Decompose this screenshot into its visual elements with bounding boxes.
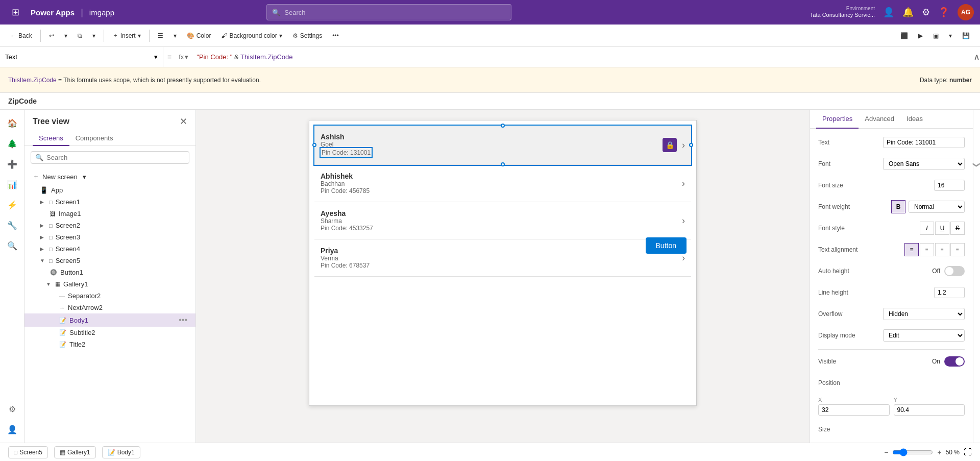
settings-gear-icon[interactable]: ⚙ bbox=[922, 7, 930, 18]
fullscreen-button[interactable]: ⛶ bbox=[964, 448, 972, 457]
tree-item-app[interactable]: 📱 App bbox=[24, 184, 195, 196]
tree-item-nextarrow2[interactable]: → NextArrow2 bbox=[24, 302, 195, 313]
workflow-icon-btn[interactable]: ⚡ bbox=[3, 196, 21, 214]
tree-item-screen3[interactable]: ▶ □ Screen3 bbox=[24, 231, 195, 243]
background-color-button[interactable]: 🖌 Background color ▾ bbox=[217, 30, 286, 41]
back-button[interactable]: ← Back bbox=[6, 30, 36, 41]
insert-button[interactable]: ＋ Insert ▾ bbox=[108, 29, 145, 42]
color-button[interactable]: 🎨 Color bbox=[183, 30, 215, 41]
handle-left[interactable] bbox=[312, 143, 316, 147]
screen5-tab[interactable]: □ Screen5 bbox=[8, 446, 48, 458]
strikethrough-button[interactable]: S bbox=[950, 222, 965, 235]
gallery-arrow-2[interactable]: › bbox=[682, 215, 685, 226]
gallery-item-1[interactable]: Abhishek Bachhan Pin Code: 456785 › bbox=[314, 165, 691, 202]
insert-icon-btn[interactable]: ➕ bbox=[3, 155, 21, 173]
top-search-input[interactable] bbox=[284, 9, 506, 16]
align-left-button[interactable]: ≡ bbox=[904, 243, 919, 256]
gallery1-toggle[interactable]: ▼ bbox=[46, 281, 52, 287]
new-screen-item[interactable]: ＋ New screen ▾ bbox=[24, 169, 195, 184]
preview-icon[interactable]: ⬛ bbox=[896, 30, 912, 41]
more-button[interactable]: ••• bbox=[328, 30, 343, 41]
right-collapse-button[interactable]: ❯ bbox=[973, 162, 981, 168]
italic-button[interactable]: I bbox=[920, 222, 934, 235]
tree-view-icon-btn[interactable]: 🌲 bbox=[3, 134, 21, 153]
gallery-container[interactable]: Ashish Goel Pin Code: 131001 🔒 › bbox=[309, 120, 696, 282]
zoom-out-button[interactable]: − bbox=[884, 448, 888, 456]
bell-icon[interactable]: 🔔 bbox=[902, 7, 914, 18]
tree-item-body1[interactable]: 📝 Body1 ••• bbox=[24, 313, 195, 327]
align-center-button[interactable]: ≡ bbox=[920, 243, 934, 256]
overflow-prop-select[interactable]: Hidden Scroll bbox=[883, 308, 965, 320]
gallery-item-2[interactable]: Ayesha Sharma Pin Code: 4533257 › bbox=[314, 202, 691, 239]
save-icon[interactable]: 💾 bbox=[958, 30, 974, 41]
tree-item-screen2[interactable]: ▶ □ Screen2 bbox=[24, 220, 195, 231]
tree-item-screen5[interactable]: ▼ □ Screen5 bbox=[24, 255, 195, 266]
font-size-prop-input[interactable] bbox=[934, 180, 965, 191]
bold-button[interactable]: B bbox=[891, 200, 905, 213]
paste-dropdown[interactable]: ▾ bbox=[88, 30, 100, 41]
tab-properties[interactable]: Properties bbox=[816, 110, 859, 129]
fx-dropdown[interactable]: ▾ bbox=[185, 53, 188, 61]
publish-dropdown[interactable]: ▾ bbox=[945, 30, 956, 41]
position-y-input[interactable] bbox=[894, 404, 965, 416]
undo-button[interactable]: ↩ bbox=[45, 30, 58, 41]
gallery1-tab[interactable]: ▦ Gallery1 bbox=[54, 446, 96, 458]
font-weight-select[interactable]: Normal Bold Lighter bbox=[909, 201, 965, 213]
screen5-toggle[interactable]: ▼ bbox=[40, 258, 46, 263]
apps-grid-icon[interactable]: ⊞ bbox=[6, 3, 24, 21]
tree-close-button[interactable]: ✕ bbox=[180, 116, 187, 127]
tree-item-separator2[interactable]: — Separator2 bbox=[24, 290, 195, 302]
tree-item-gallery1[interactable]: ▼ ▦ Gallery1 bbox=[24, 278, 195, 290]
hamburger-dropdown[interactable]: ▾ bbox=[169, 30, 181, 41]
user-avatar[interactable]: AG bbox=[958, 4, 974, 20]
gallery-item-3[interactable]: Priya Verma Pin Code: 678537 › bbox=[314, 239, 691, 277]
tree-search-input[interactable] bbox=[46, 154, 185, 161]
gallery-arrow-0[interactable]: › bbox=[682, 140, 685, 151]
app-frame[interactable]: Ashish Goel Pin Code: 131001 🔒 › bbox=[309, 120, 697, 406]
gallery-arrow-3[interactable]: › bbox=[682, 253, 685, 263]
tab-screens[interactable]: Screens bbox=[33, 131, 69, 146]
settings-left-icon-btn[interactable]: ⚙ bbox=[3, 400, 21, 418]
settings-button[interactable]: ⚙ Settings bbox=[288, 30, 326, 41]
screen3-toggle[interactable]: ▶ bbox=[40, 234, 46, 240]
help-icon[interactable]: ❓ bbox=[938, 7, 949, 18]
text-prop-input[interactable] bbox=[883, 137, 965, 148]
position-x-input[interactable] bbox=[818, 404, 890, 416]
handle-top[interactable] bbox=[501, 124, 505, 128]
underline-button[interactable]: U bbox=[935, 222, 949, 235]
screen4-toggle[interactable]: ▶ bbox=[40, 246, 46, 252]
visible-toggle[interactable] bbox=[944, 356, 965, 367]
tab-advanced[interactable]: Advanced bbox=[859, 110, 900, 129]
align-justify-button[interactable]: ≡ bbox=[950, 243, 965, 256]
font-prop-select[interactable]: Open Sans bbox=[883, 158, 965, 170]
home-icon-btn[interactable]: 🏠 bbox=[3, 114, 21, 132]
tree-item-button1[interactable]: 🔘 Button1 bbox=[24, 266, 195, 278]
publish-icon[interactable]: ▣ bbox=[929, 30, 943, 41]
tree-item-screen4[interactable]: ▶ □ Screen4 bbox=[24, 243, 195, 255]
tree-item-image1[interactable]: 🖼 Image1 bbox=[24, 208, 195, 220]
tree-item-title2[interactable]: 📝 Title2 bbox=[24, 338, 195, 350]
publish-left-icon-btn[interactable]: 🔧 bbox=[3, 216, 21, 234]
hamburger-button[interactable]: ☰ bbox=[154, 30, 167, 41]
canvas-area[interactable]: Ashish Goel Pin Code: 131001 🔒 › bbox=[196, 110, 810, 443]
handle-right[interactable] bbox=[689, 143, 693, 147]
tab-components[interactable]: Components bbox=[69, 131, 119, 146]
formula-input[interactable]: "Pin Code: " & ThisItem.ZipCode bbox=[191, 53, 973, 61]
screen1-toggle[interactable]: ▶ bbox=[40, 199, 46, 205]
formula-selector-dropdown[interactable]: ▾ bbox=[154, 53, 158, 61]
tree-search-bar[interactable]: 🔍 bbox=[31, 151, 189, 164]
formula-selector[interactable]: Text ▾ bbox=[0, 47, 163, 67]
formula-expand-button[interactable]: ∧ bbox=[973, 52, 980, 63]
canvas-floating-button[interactable]: Button bbox=[646, 237, 687, 254]
top-search-bar[interactable]: 🔍 bbox=[266, 4, 511, 20]
gallery-arrow-1[interactable]: › bbox=[682, 178, 685, 189]
tree-item-screen1[interactable]: ▶ □ Screen1 bbox=[24, 196, 195, 208]
body1-more-icon[interactable]: ••• bbox=[179, 316, 187, 325]
line-height-prop-input[interactable] bbox=[934, 287, 965, 298]
account-left-icon-btn[interactable]: 👤 bbox=[3, 420, 21, 439]
align-right-button[interactable]: ≡ bbox=[935, 243, 949, 256]
tree-item-subtitle2[interactable]: 📝 Subtitle2 bbox=[24, 327, 195, 338]
zoom-in-button[interactable]: + bbox=[937, 448, 941, 456]
body1-tab[interactable]: 📝 Body1 bbox=[102, 446, 140, 458]
search-left-icon-btn[interactable]: 🔍 bbox=[3, 236, 21, 255]
